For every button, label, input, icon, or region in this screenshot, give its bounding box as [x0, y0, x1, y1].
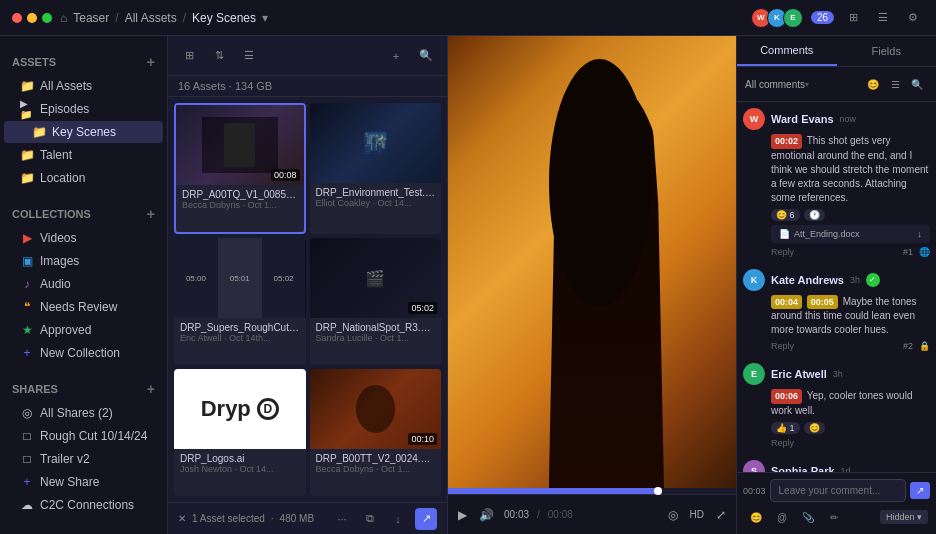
add-asset-button[interactable]: + — [385, 45, 407, 67]
comments-panel: Comments Fields All comments ▾ 😊 ☰ 🔍 W W… — [736, 36, 936, 534]
comments-toolbar: All comments ▾ 😊 ☰ 🔍 — [737, 67, 936, 102]
attachment[interactable]: 📄 Att_Ending.docx ↓ — [771, 225, 930, 243]
asset-card[interactable]: Dryp D DRP_Logos.ai Josh Newton · Oct 14… — [174, 369, 306, 496]
asset-panel: ⊞ ⇅ ☰ + 🔍 16 Assets · 134 GB ✓ — [168, 36, 448, 534]
hidden-toggle[interactable]: Hidden ▾ — [880, 510, 928, 524]
maximize-button[interactable] — [42, 13, 52, 23]
sidebar-item-new-collection[interactable]: + New Collection — [4, 342, 163, 364]
filter-button[interactable]: ☰ — [238, 45, 260, 67]
asset-card[interactable]: 🎬 05:02 DRP_NationalSpot_R3.prproj Sandr… — [310, 238, 442, 365]
dropdown-icon[interactable]: ▾ — [805, 80, 809, 89]
sidebar-item-needs-review[interactable]: ❝ Needs Review — [4, 296, 163, 318]
asset-name: DRP_Logos.ai — [180, 453, 300, 464]
search-button[interactable]: 🔍 — [415, 45, 437, 67]
more-options-button[interactable]: ··· — [331, 508, 353, 530]
reply-button[interactable]: Reply — [771, 247, 794, 257]
close-button[interactable] — [12, 13, 22, 23]
fullscreen-button[interactable]: HD — [688, 507, 706, 522]
asset-card[interactable]: 00:10 DRP_B00TT_V2_0024.mov Becca Dobyns… — [310, 369, 442, 496]
breadcrumb-item-assets[interactable]: All Assets — [125, 11, 177, 25]
asset-duration: 00:08 — [271, 169, 300, 181]
sidebar-item-images[interactable]: ▣ Images — [4, 250, 163, 272]
asset-meta: Sandra Lucille · Oct 1... — [316, 333, 436, 343]
breadcrumb-dropdown-icon[interactable]: ▾ — [262, 11, 268, 25]
marker-button[interactable]: ◎ — [666, 506, 680, 524]
reaction-badge[interactable]: 😊 6 — [771, 209, 800, 221]
sidebar-item-talent[interactable]: 📁 Talent — [4, 144, 163, 166]
breadcrumb: ⌂ Teaser / All Assets / Key Scenes ▾ — [60, 11, 268, 25]
download-icon[interactable]: ↓ — [918, 229, 923, 239]
deselect-icon[interactable]: ✕ — [178, 513, 186, 524]
mention-button[interactable]: @ — [771, 506, 793, 528]
play-button[interactable]: ▶ — [456, 506, 469, 524]
tab-comments[interactable]: Comments — [737, 36, 837, 66]
sidebar-item-audio[interactable]: ♪ Audio — [4, 273, 163, 295]
filter-label[interactable]: All comments — [745, 79, 805, 90]
asset-count: 16 Assets · 134 GB — [168, 76, 447, 97]
share-icon: □ — [20, 452, 34, 466]
comment-item: K Kate Andrews 3h ✓ 00:04 00:05 Maybe th… — [743, 269, 930, 352]
timecode-badge-end[interactable]: 00:05 — [807, 295, 838, 310]
timecode-badge[interactable]: 00:04 — [771, 295, 802, 310]
grid-toggle-button[interactable]: ⊞ — [178, 45, 200, 67]
reaction-badge[interactable]: 👍 1 — [771, 422, 800, 434]
emoji-button[interactable]: 😊 — [862, 73, 884, 95]
breadcrumb-item-active[interactable]: Key Scenes — [192, 11, 256, 25]
sidebar-item-c2c[interactable]: ☁ C2C Connections — [4, 494, 163, 516]
timecode-badge[interactable]: 00:06 — [771, 389, 802, 404]
comment-body: 00:06 Yep, cooler tones would work well. — [771, 389, 930, 418]
asset-thumbnail: 00:10 — [310, 369, 442, 449]
filter-comments-button[interactable]: ☰ — [884, 73, 906, 95]
asset-thumbnail: ✓ 00:08 — [176, 105, 304, 185]
sidebar-item-rough-cut[interactable]: □ Rough Cut 10/14/24 — [4, 425, 163, 447]
tab-fields[interactable]: Fields — [837, 36, 937, 66]
sidebar-item-episodes[interactable]: ▶ 📁 Episodes — [4, 98, 163, 120]
emoji-picker-button[interactable]: 😊 — [745, 506, 767, 528]
asset-thumbnail: 🌃 — [310, 103, 442, 183]
sort-button[interactable]: ⇅ — [208, 45, 230, 67]
timecode-badge[interactable]: 00:02 — [771, 134, 802, 149]
sidebar-item-location[interactable]: 📁 Location — [4, 167, 163, 189]
download-button[interactable]: ↓ — [387, 508, 409, 530]
search-comments-button[interactable]: 🔍 — [906, 73, 928, 95]
sidebar-item-approved[interactable]: ★ Approved — [4, 319, 163, 341]
add-share-button[interactable]: + — [147, 381, 155, 397]
volume-button[interactable]: 🔊 — [477, 506, 496, 524]
submit-comment-button[interactable]: ↗ — [910, 482, 930, 499]
folder-icon: 📁 — [20, 148, 34, 162]
sidebar-item-new-share[interactable]: + New Share — [4, 471, 163, 493]
comment-actions: Reply #1 🌐 — [771, 247, 930, 257]
emoji-reaction[interactable]: 😊 — [804, 422, 825, 434]
settings-button[interactable]: ⚙ — [902, 7, 924, 29]
asset-card[interactable]: ✓ 00:08 DRP_A00TQ_V1_0085.mov Becca Doby… — [174, 103, 306, 234]
list-view-button[interactable]: ☰ — [872, 7, 894, 29]
draw-button[interactable]: ✏ — [823, 506, 845, 528]
breadcrumb-item[interactable]: Teaser — [73, 11, 109, 25]
asset-name: DRP_A00TQ_V1_0085.mov — [182, 189, 298, 200]
asset-card[interactable]: 🌃 DRP_Environment_Test.psd Elliot Coakle… — [310, 103, 442, 234]
share-button[interactable]: ↗ — [415, 508, 437, 530]
video-icon: ▶ — [20, 231, 34, 245]
reply-button[interactable]: Reply — [771, 341, 794, 351]
minimize-button[interactable] — [27, 13, 37, 23]
sidebar-item-trailer[interactable]: □ Trailer v2 — [4, 448, 163, 470]
grid-view-button[interactable]: ⊞ — [842, 7, 864, 29]
timeline-scrubber[interactable] — [448, 488, 736, 494]
reply-button[interactable]: Reply — [771, 438, 794, 448]
asset-card[interactable]: 05:00 05:01 05:02 DRP_Supers_RoughCut.ae… — [174, 238, 306, 365]
expand-button[interactable]: ⤢ — [714, 506, 728, 524]
version-button[interactable]: ⧉ — [359, 508, 381, 530]
comment-input[interactable] — [770, 479, 906, 502]
sidebar-item-videos[interactable]: ▶ Videos — [4, 227, 163, 249]
attachment-button[interactable]: 📎 — [797, 506, 819, 528]
sidebar-item-all-assets[interactable]: 📁 All Assets — [4, 75, 163, 97]
add-asset-button[interactable]: + — [147, 54, 155, 70]
sidebar-item-key-scenes[interactable]: 📁 Key Scenes — [4, 121, 163, 143]
add-collection-button[interactable]: + — [147, 206, 155, 222]
header-right: W K E 26 ⊞ ☰ ⚙ — [755, 7, 924, 29]
sidebar-item-all-shares[interactable]: ◎ All Shares (2) — [4, 402, 163, 424]
asset-info: DRP_Environment_Test.psd Elliot Coakley … — [310, 183, 442, 214]
comment-author: Eric Atwell — [771, 368, 827, 380]
home-icon[interactable]: ⌂ — [60, 11, 67, 25]
asset-info: DRP_B00TT_V2_0024.mov Becca Dobyns · Oct… — [310, 449, 442, 480]
